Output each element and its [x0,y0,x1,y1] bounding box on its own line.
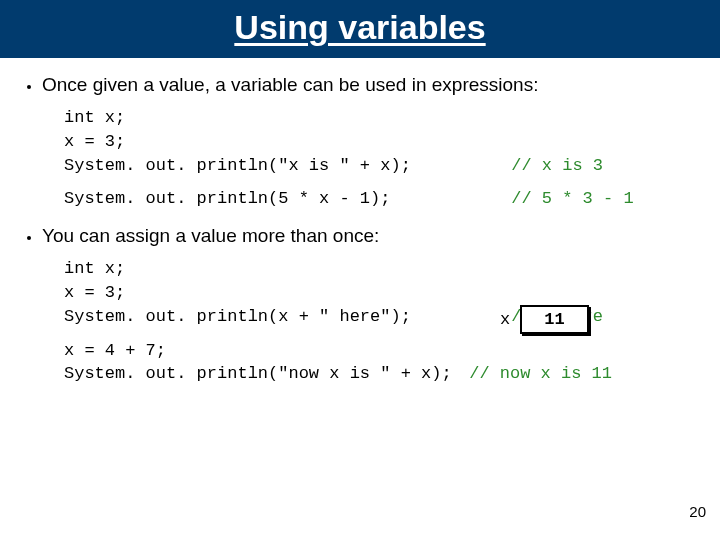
variable-box: x 11 [500,305,589,334]
code2-l5-comment: // now x is 11 [469,364,612,383]
slide-title: Using variables [0,8,720,47]
page-number: 20 [689,503,706,520]
bullet-2-text: You can assign a value more than once: [42,225,379,246]
slide-body: Once given a value, a variable can be us… [0,58,720,386]
code1-l4-comment: // 5 * 3 - 1 [511,187,661,211]
code2-l1: int x; [64,259,125,278]
bullet-1: Once given a value, a variable can be us… [42,74,696,211]
code1-l3a: System. out. println("x is " + x); [64,154,434,178]
code1-l4a: System. out. println(5 * x - 1); [64,187,434,211]
code-block-2: int x; x = 3; System. out. println(x + "… [64,257,696,386]
bullet-list: Once given a value, a variable can be us… [24,74,696,386]
variable-name: x [500,305,520,334]
code2-l2: x = 3; [64,283,125,302]
code2-l3a: System. out. println(x + " here"); [64,305,434,329]
code-block-1: int x; x = 3; System. out. println("x is… [64,106,696,211]
bullet-2: You can assign a value more than once: i… [42,225,696,386]
code2-l5a: System. out. println("now x is " + x); [64,362,459,386]
bullet-1-text: Once given a value, a variable can be us… [42,74,538,95]
code1-l3-comment: // x is 3 [511,154,661,178]
variable-value: 11 [520,305,588,334]
code1-l2: x = 3; [64,132,125,151]
code2-l4: x = 4 + 7; [64,341,166,360]
code1-l1: int x; [64,108,125,127]
title-bar: Using variables [0,0,720,58]
